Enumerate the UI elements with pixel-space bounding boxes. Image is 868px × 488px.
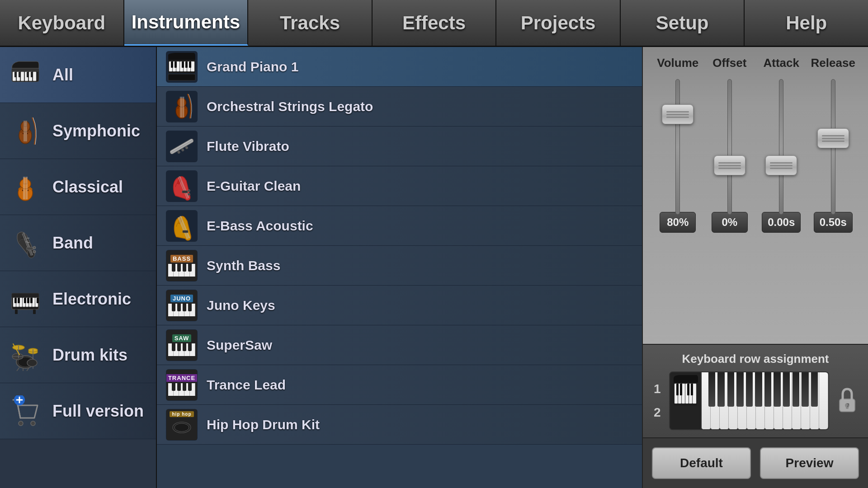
instrument-item-ebass[interactable]: E-Bass Acoustic (157, 206, 642, 246)
ebass-label: E-Bass Acoustic (207, 218, 313, 234)
tab-setup[interactable]: Setup (621, 0, 745, 46)
electronic-icon (7, 281, 43, 317)
volume-handle[interactable] (662, 104, 693, 124)
svg-line-63 (17, 367, 19, 371)
instrument-item-flute[interactable]: Flute Vibrato (157, 127, 642, 166)
default-button[interactable]: Default (652, 447, 751, 479)
offset-track[interactable] (727, 79, 732, 215)
sidebar-item-drum-kits[interactable]: Drum kits (0, 327, 156, 383)
svg-rect-38 (33, 310, 36, 314)
black-key (783, 372, 790, 407)
instrument-item-trance-lead[interactable]: TRANCE Trance Lead (157, 365, 642, 405)
instrument-item-eguitar[interactable]: E-Guitar Clean (157, 166, 642, 206)
orch-strings-icon (166, 91, 198, 122)
juno-keys-label: Juno Keys (207, 298, 275, 313)
black-key (736, 372, 743, 407)
black-key (802, 372, 808, 407)
volume-label: Volume (655, 56, 700, 70)
preview-button[interactable]: Preview (760, 447, 859, 479)
tab-instruments[interactable]: Instruments (124, 0, 249, 46)
svg-rect-32 (27, 247, 33, 250)
svg-rect-108 (183, 230, 188, 233)
offset-slider-col: 0% (707, 75, 752, 228)
grand-piano-icon (166, 51, 198, 83)
instrument-item-synth-bass[interactable]: BASS Synth Bass (157, 246, 642, 286)
svg-point-110 (175, 423, 189, 432)
tab-keyboard[interactable]: Keyboard (0, 0, 124, 46)
release-track[interactable] (831, 79, 835, 215)
row-1-label: 1 (654, 382, 661, 396)
sidebar-item-band[interactable]: Band (0, 215, 156, 271)
all-icon (7, 57, 43, 93)
offset-handle[interactable] (714, 155, 745, 175)
black-key (755, 372, 762, 407)
tab-projects[interactable]: Projects (496, 0, 621, 46)
attack-track[interactable] (779, 79, 783, 215)
tab-effects[interactable]: Effects (373, 0, 497, 46)
flute-label: Flute Vibrato (207, 139, 289, 154)
lock-icon: 7 (834, 387, 861, 414)
sliders-header: Volume Offset Attack Release (652, 56, 859, 70)
classical-icon (7, 169, 43, 205)
hiphop-drum-icon: hip hop (166, 409, 198, 441)
sidebar-item-full-version[interactable]: Full version (0, 383, 156, 439)
instrument-item-juno-keys[interactable]: JUNO Juno Keys (157, 286, 642, 325)
svg-point-68 (31, 421, 35, 426)
instrument-list: Grand Piano 1 Orchestral Strings Leg (157, 47, 642, 488)
band-icon (7, 225, 43, 261)
offset-label: Offset (707, 56, 752, 70)
sidebar-label-band: Band (52, 234, 93, 253)
svg-rect-9 (19, 72, 21, 77)
hiphop-drum-label: Hip Hop Drum Kit (207, 417, 320, 432)
svg-rect-49 (24, 298, 26, 303)
instrument-item-supersaw[interactable]: SAW SuperSaw (157, 325, 642, 365)
svg-point-33 (33, 246, 36, 249)
keyboard-preview[interactable] (669, 371, 829, 430)
volume-track[interactable] (675, 79, 680, 215)
full-version-icon (7, 393, 43, 429)
svg-rect-48 (18, 298, 20, 303)
sidebar-label-classical: Classical (52, 178, 123, 197)
svg-rect-37 (15, 310, 18, 314)
svg-rect-36 (12, 293, 39, 298)
black-key (746, 372, 753, 407)
release-slider-col: 0.50s (811, 75, 856, 228)
release-handle[interactable] (817, 128, 849, 148)
svg-point-88 (177, 98, 186, 107)
supersaw-icon: SAW (166, 329, 198, 361)
top-navigation: Keyboard Instruments Tracks Effects Proj… (0, 0, 868, 47)
svg-rect-80 (191, 61, 194, 71)
sidebar-item-symphonic[interactable]: Symphonic (0, 103, 156, 159)
drum-kits-icon (7, 337, 43, 373)
svg-rect-21 (24, 178, 27, 184)
tab-help[interactable]: Help (745, 0, 868, 46)
instrument-item-orch-strings[interactable]: Orchestral Strings Legato (157, 87, 642, 127)
sidebar-item-electronic[interactable]: Electronic (0, 271, 156, 327)
svg-point-103 (188, 193, 190, 195)
svg-rect-11 (31, 72, 33, 77)
black-key (708, 372, 715, 407)
sidebar-item-classical[interactable]: Classical (0, 159, 156, 215)
main-content: All (0, 47, 868, 488)
attack-handle[interactable] (765, 155, 797, 175)
bottom-buttons: Default Preview (643, 437, 868, 488)
svg-rect-47 (14, 298, 17, 303)
instrument-item-grand-piano[interactable]: Grand Piano 1 (157, 47, 642, 87)
svg-rect-101 (182, 191, 188, 193)
svg-rect-51 (30, 298, 33, 303)
svg-rect-7 (33, 72, 36, 81)
trance-lead-label: Trance Lead (207, 377, 286, 393)
tab-tracks[interactable]: Tracks (248, 0, 373, 46)
ebass-icon (166, 210, 198, 242)
svg-rect-84 (185, 61, 188, 68)
category-sidebar: All (0, 47, 157, 488)
instrument-item-hiphop-drum[interactable]: hip hop Hip Hop Drum Kit (157, 405, 642, 445)
svg-rect-94 (170, 138, 194, 155)
sidebar-item-all[interactable]: All (0, 47, 156, 103)
supersaw-label: SuperSaw (207, 338, 272, 353)
black-key (811, 372, 818, 407)
right-panel: Volume Offset Attack Release 80% (642, 47, 868, 488)
release-value: 0.50s (814, 212, 853, 233)
sidebar-label-full-version: Full version (52, 402, 144, 421)
svg-rect-10 (27, 72, 29, 77)
